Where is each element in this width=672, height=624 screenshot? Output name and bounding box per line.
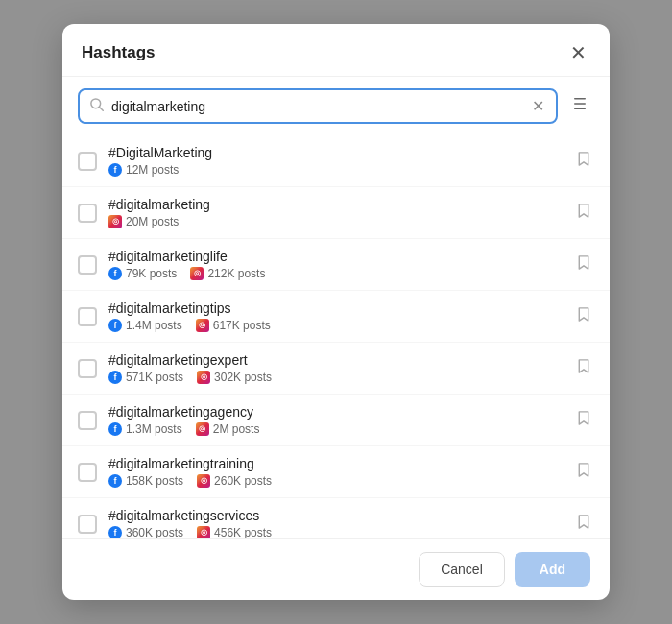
platform-count: 12M posts xyxy=(126,163,179,177)
hashtag-checkbox[interactable] xyxy=(78,255,97,275)
modal-title: Hashtags xyxy=(82,43,156,62)
platform-count: 2M posts xyxy=(213,422,260,436)
facebook-icon: f xyxy=(108,474,122,488)
hashtag-info: #digitalmarketingagencyf1.3M posts◎2M po… xyxy=(108,404,562,436)
hashtag-meta: f360K posts◎456K posts xyxy=(108,526,562,538)
instagram-icon: ◎ xyxy=(197,526,210,538)
platform-meta: ◎456K posts xyxy=(197,526,272,538)
platform-meta: f360K posts xyxy=(108,526,183,538)
platform-count: 302K posts xyxy=(214,371,272,384)
platform-count: 571K posts xyxy=(126,371,183,384)
hashtag-name: #digitalmarketingtraining xyxy=(108,456,562,471)
platform-meta: ◎617K posts xyxy=(196,319,271,332)
platform-count: 212K posts xyxy=(207,267,265,280)
bookmark-button[interactable] xyxy=(573,408,594,432)
hashtag-item[interactable]: #digitalmarketingagencyf1.3M posts◎2M po… xyxy=(62,395,610,446)
platform-meta: ◎260K posts xyxy=(197,474,272,488)
platform-meta: f1.3M posts xyxy=(108,422,182,436)
hashtag-name: #digitalmarketinglife xyxy=(108,249,562,264)
platform-meta: ◎20M posts xyxy=(108,215,179,228)
bookmark-button[interactable] xyxy=(573,149,594,173)
hashtag-item[interactable]: #digitalmarketingservicesf360K posts◎456… xyxy=(62,498,610,538)
bookmark-button[interactable] xyxy=(573,304,594,328)
hashtag-info: #digitalmarketingservicesf360K posts◎456… xyxy=(108,508,562,538)
search-input[interactable] xyxy=(111,99,522,114)
hashtag-info: #digitalmarketingtrainingf158K posts◎260… xyxy=(108,456,562,488)
platform-meta: f79K posts xyxy=(108,267,177,280)
hashtag-meta: f1.3M posts◎2M posts xyxy=(108,422,562,436)
platform-meta: ◎212K posts xyxy=(190,267,265,280)
hashtag-info: #digitalmarketing◎20M posts xyxy=(108,197,562,228)
instagram-icon: ◎ xyxy=(190,267,204,280)
hashtag-checkbox[interactable] xyxy=(78,152,97,171)
facebook-icon: f xyxy=(108,371,122,384)
cancel-button[interactable]: Cancel xyxy=(419,552,505,587)
hashtag-meta: ◎20M posts xyxy=(108,215,562,228)
hashtag-meta: f79K posts◎212K posts xyxy=(108,267,562,280)
platform-meta: f158K posts xyxy=(108,474,183,488)
hashtag-list: #DigitalMarketingf12M posts#digitalmarke… xyxy=(62,132,610,538)
hashtag-checkbox[interactable] xyxy=(78,463,97,482)
platform-count: 617K posts xyxy=(213,319,271,332)
hashtag-meta: f571K posts◎302K posts xyxy=(108,371,562,384)
bookmark-button[interactable] xyxy=(573,460,594,484)
platform-meta: ◎302K posts xyxy=(197,371,272,384)
platform-count: 1.4M posts xyxy=(126,319,182,332)
search-action-button[interactable] xyxy=(565,91,594,121)
add-button[interactable]: Add xyxy=(515,552,590,587)
hashtag-item[interactable]: #digitalmarketinglifef79K posts◎212K pos… xyxy=(62,239,610,291)
hashtag-name: #digitalmarketingtips xyxy=(108,300,562,316)
facebook-icon: f xyxy=(108,422,122,436)
hashtag-info: #digitalmarketinglifef79K posts◎212K pos… xyxy=(108,249,562,280)
search-icon xyxy=(89,97,104,115)
modal-header: Hashtags ✕ xyxy=(62,24,610,77)
search-box: ✕ xyxy=(78,88,558,124)
platform-meta: f571K posts xyxy=(108,371,183,384)
instagram-icon: ◎ xyxy=(196,422,209,436)
hashtag-info: #digitalmarketingtipsf1.4M posts◎617K po… xyxy=(108,300,562,332)
hashtag-name: #digitalmarketing xyxy=(108,197,562,212)
hashtag-item[interactable]: #digitalmarketingexpertf571K posts◎302K … xyxy=(62,343,610,395)
bookmark-button[interactable] xyxy=(573,201,594,225)
hashtag-meta: f12M posts xyxy=(108,163,562,177)
hashtag-info: #digitalmarketingexpertf571K posts◎302K … xyxy=(108,352,562,384)
facebook-icon: f xyxy=(108,163,122,177)
hashtag-item[interactable]: #DigitalMarketingf12M posts xyxy=(62,135,610,187)
hashtag-name: #digitalmarketingservices xyxy=(108,508,562,523)
platform-count: 158K posts xyxy=(126,474,183,488)
platform-count: 456K posts xyxy=(214,526,272,538)
bookmark-button[interactable] xyxy=(573,512,594,536)
hashtag-checkbox[interactable] xyxy=(78,204,97,223)
hashtag-checkbox[interactable] xyxy=(78,307,97,326)
platform-count: 360K posts xyxy=(126,526,183,538)
platform-meta: f1.4M posts xyxy=(108,319,182,332)
hashtag-item[interactable]: #digitalmarketingtrainingf158K posts◎260… xyxy=(62,446,610,498)
hashtag-meta: f158K posts◎260K posts xyxy=(108,474,562,488)
hashtags-modal: Hashtags ✕ ✕ #Digi xyxy=(62,24,610,600)
hashtag-name: #digitalmarketingexpert xyxy=(108,352,562,368)
search-clear-button[interactable]: ✕ xyxy=(530,99,546,114)
svg-line-1 xyxy=(100,108,104,111)
instagram-icon: ◎ xyxy=(108,215,122,228)
facebook-icon: f xyxy=(108,267,122,280)
modal-footer: Cancel Add xyxy=(62,538,610,600)
hashtag-item[interactable]: #digitalmarketingtipsf1.4M posts◎617K po… xyxy=(62,291,610,343)
modal-close-button[interactable]: ✕ xyxy=(566,41,590,64)
search-row: ✕ xyxy=(62,77,610,132)
hashtag-checkbox[interactable] xyxy=(78,515,97,534)
platform-meta: ◎2M posts xyxy=(196,422,260,436)
modal-backdrop: Hashtags ✕ ✕ #Digi xyxy=(0,0,672,624)
platform-count: 20M posts xyxy=(126,215,179,228)
platform-count: 1.3M posts xyxy=(126,422,182,436)
hashtag-name: #digitalmarketingagency xyxy=(108,404,562,420)
facebook-icon: f xyxy=(108,526,122,538)
platform-meta: f12M posts xyxy=(108,163,179,177)
bookmark-button[interactable] xyxy=(573,252,594,276)
hashtag-checkbox[interactable] xyxy=(78,359,97,378)
instagram-icon: ◎ xyxy=(196,319,209,332)
hashtag-meta: f1.4M posts◎617K posts xyxy=(108,319,562,332)
hashtag-checkbox[interactable] xyxy=(78,411,97,430)
platform-count: 79K posts xyxy=(126,267,177,280)
bookmark-button[interactable] xyxy=(573,356,594,380)
hashtag-item[interactable]: #digitalmarketing◎20M posts xyxy=(62,187,610,239)
